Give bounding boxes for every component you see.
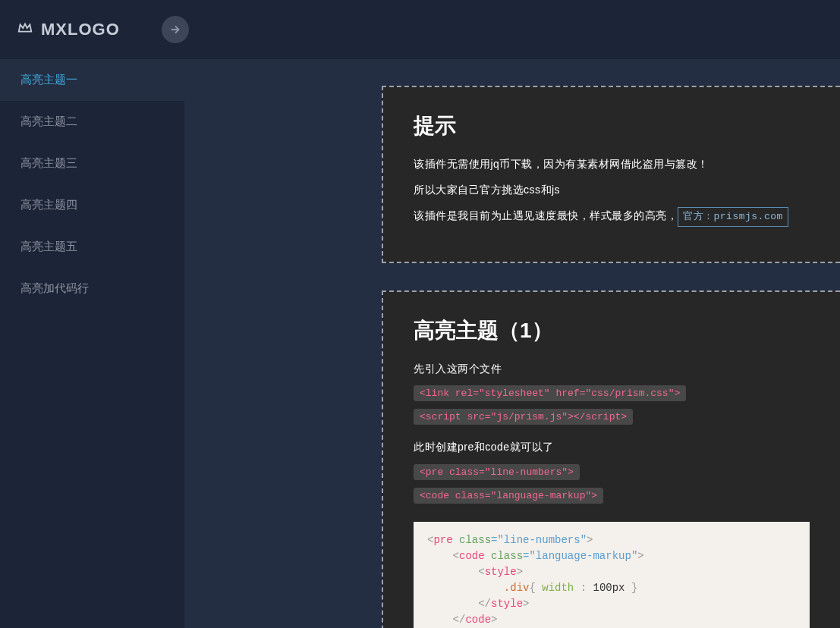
snippet-code: <code class="language-markup"> <box>414 488 603 504</box>
theme-card: 高亮主题（1） 先引入这两个文件 <link rel="stylesheet" … <box>382 290 840 628</box>
header: MXLOGO <box>0 0 840 59</box>
logo: MXLOGO <box>17 20 120 39</box>
theme-title: 高亮主题（1） <box>414 316 810 345</box>
theme-intro: 先引入这两个文件 <box>414 360 810 378</box>
code-example: <pre class="line-numbers"> <code class="… <box>414 522 810 628</box>
sidebar-item-line-numbers[interactable]: 高亮加代码行 <box>0 268 184 309</box>
sidebar-item-theme-5[interactable]: 高亮主题五 <box>0 226 184 268</box>
snippet-script-js: <script src="js/prism.js"></script> <box>414 409 633 425</box>
snippet-pre: <pre class="line-numbers"> <box>414 464 580 480</box>
sidebar: 高亮主题一 高亮主题二 高亮主题三 高亮主题四 高亮主题五 高亮加代码行 <box>0 59 184 628</box>
snippet-link-css: <link rel="stylesheet" href="css/prism.c… <box>414 385 686 401</box>
theme-note: 此时创建pre和code就可以了 <box>414 438 810 457</box>
tip-line-3: 该插件是我目前为止遇见速度最快，样式最多的高亮，官方：prismjs.com <box>414 207 810 227</box>
collapse-sidebar-button[interactable] <box>162 16 189 43</box>
sidebar-item-theme-4[interactable]: 高亮主题四 <box>0 184 184 226</box>
logo-text: MXLOGO <box>41 20 120 39</box>
tip-line-3-text: 该插件是我目前为止遇见速度最快，样式最多的高亮， <box>414 209 678 221</box>
tip-line-1: 该插件无需使用jq币下载，因为有某素材网借此盗用与篡改！ <box>414 155 810 174</box>
sidebar-item-theme-3[interactable]: 高亮主题三 <box>0 143 184 184</box>
crown-icon <box>17 20 33 39</box>
sidebar-item-theme-1[interactable]: 高亮主题一 <box>0 59 184 101</box>
main-content: 提示 该插件无需使用jq币下载，因为有某素材网借此盗用与篡改！ 所以大家自己官方… <box>184 59 840 628</box>
official-link[interactable]: 官方：prismjs.com <box>678 207 788 227</box>
arrow-right-icon <box>168 23 182 36</box>
tip-card: 提示 该插件无需使用jq币下载，因为有某素材网借此盗用与篡改！ 所以大家自己官方… <box>382 86 840 263</box>
tip-title: 提示 <box>414 111 810 140</box>
sidebar-item-theme-2[interactable]: 高亮主题二 <box>0 101 184 143</box>
tip-line-2: 所以大家自己官方挑选css和js <box>414 181 810 199</box>
